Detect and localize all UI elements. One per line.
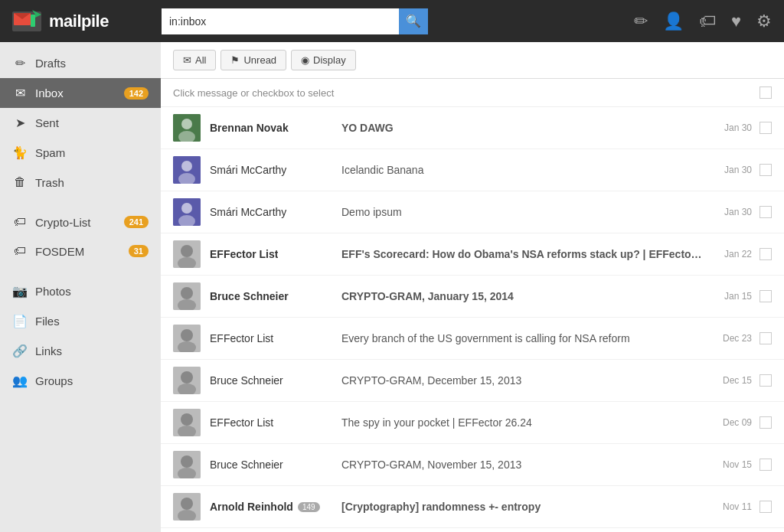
sidebar-item-label: Crypto-List bbox=[35, 216, 119, 229]
sidebar-item-links[interactable]: 🔗 Links bbox=[0, 336, 161, 366]
email-date: Nov 11 bbox=[714, 501, 752, 512]
email-subject: Demo ipsum bbox=[332, 206, 714, 218]
header: mailpile 🔍 ✏ 👤 🏷 ♥ ⚙ bbox=[0, 0, 784, 42]
unread-button[interactable]: ⚑ Unread bbox=[220, 50, 286, 70]
links-icon: 🔗 bbox=[12, 344, 28, 358]
email-row[interactable]: EFFector ListThe spy in your pocket | EF… bbox=[161, 402, 784, 444]
email-date: Jan 30 bbox=[714, 207, 752, 217]
email-checkbox[interactable] bbox=[760, 290, 772, 302]
display-button[interactable]: ◉ Display bbox=[291, 50, 356, 70]
sender-name: Brennan Novak bbox=[210, 122, 289, 134]
compose-icon[interactable]: ✏ bbox=[634, 11, 648, 31]
inbox-badge: 142 bbox=[124, 87, 149, 100]
email-row[interactable]: EFFector ListEFF's Scorecard: How do Oba… bbox=[161, 233, 784, 276]
sidebar-item-photos[interactable]: 📷 Photos bbox=[0, 276, 161, 306]
sidebar-item-inbox[interactable]: ✉ Inbox 142 bbox=[0, 78, 161, 108]
all-label: All bbox=[195, 54, 206, 66]
mailpile-logo bbox=[12, 8, 43, 34]
email-checkbox[interactable] bbox=[760, 206, 772, 218]
email-checkbox[interactable] bbox=[760, 416, 772, 429]
sidebar-item-sent[interactable]: ➤ Sent bbox=[0, 108, 161, 138]
favorites-icon[interactable]: ♥ bbox=[731, 11, 741, 31]
email-subject: The spy in your pocket | EFFector 26.24 bbox=[332, 416, 714, 429]
flag-icon: ⚑ bbox=[230, 54, 240, 66]
avatar bbox=[173, 156, 201, 184]
avatar bbox=[173, 409, 201, 436]
search-icon: 🔍 bbox=[406, 14, 421, 28]
crypto-list-badge: 241 bbox=[124, 216, 149, 228]
trash-icon: 🗑 bbox=[12, 175, 28, 189]
sidebar-item-label: Sent bbox=[35, 116, 149, 129]
email-checkbox[interactable] bbox=[760, 164, 772, 176]
email-row[interactable]: Brennan NovakYO DAWGJan 30 bbox=[161, 107, 784, 149]
email-subject: CRYPTO-GRAM, January 15, 2014 bbox=[332, 290, 714, 302]
content-area: ✉ All ⚑ Unread ◉ Display Click message o… bbox=[161, 42, 784, 532]
email-row[interactable]: Bruce SchneierCRYPTO-GRAM, November 15, … bbox=[161, 444, 784, 486]
select-hint-text: Click message or checkbox to select bbox=[173, 87, 334, 99]
sidebar-item-label: FOSDEM bbox=[35, 245, 124, 258]
svg-point-15 bbox=[181, 245, 193, 257]
sidebar-item-drafts[interactable]: ✏ Drafts bbox=[0, 48, 161, 78]
search-input[interactable] bbox=[162, 8, 399, 34]
inbox-icon: ✉ bbox=[12, 86, 28, 100]
search-button[interactable]: 🔍 bbox=[399, 8, 428, 34]
email-row[interactable]: Bruce SchneierCRYPTO-GRAM, December 15, … bbox=[161, 360, 784, 402]
email-row[interactable]: Bruce SchneierCRYPTO-GRAM, January 15, 2… bbox=[161, 276, 784, 318]
sidebar-item-crypto-list[interactable]: 🏷 Crypto-List 241 bbox=[0, 207, 161, 237]
email-date: Jan 15 bbox=[714, 291, 752, 302]
logo-area: mailpile bbox=[12, 8, 146, 34]
sidebar-item-fosdem[interactable]: 🏷 FOSDEM 31 bbox=[0, 237, 161, 266]
email-checkbox[interactable] bbox=[760, 248, 772, 260]
email-date: Jan 30 bbox=[714, 122, 752, 133]
contacts-icon[interactable]: 👤 bbox=[663, 11, 684, 31]
svg-point-33 bbox=[181, 498, 193, 510]
sender-column: Smári McCarthy bbox=[210, 164, 332, 176]
email-checkbox[interactable] bbox=[760, 501, 772, 513]
sidebar-item-label: Inbox bbox=[35, 86, 119, 100]
email-row[interactable]: Smári McCarthyIcelandic BananaJan 30 bbox=[161, 149, 784, 191]
sidebar-item-trash[interactable]: 🗑 Trash bbox=[0, 168, 161, 197]
svg-point-27 bbox=[181, 413, 193, 426]
all-button[interactable]: ✉ All bbox=[173, 50, 216, 70]
drafts-icon: ✏ bbox=[12, 56, 28, 70]
email-date: Dec 15 bbox=[714, 375, 752, 386]
tags-icon[interactable]: 🏷 bbox=[699, 11, 716, 31]
sender-name: EFFector List bbox=[210, 332, 273, 344]
sidebar-item-spam[interactable]: 🐈 Spam bbox=[0, 138, 161, 168]
sender-column: Bruce Schneier bbox=[210, 459, 332, 471]
avatar bbox=[173, 114, 201, 142]
email-subject: CRYPTO-GRAM, November 15, 2013 bbox=[332, 459, 714, 471]
envelope-icon: ✉ bbox=[183, 54, 191, 66]
email-checkbox[interactable] bbox=[760, 332, 772, 344]
email-row[interactable]: EFFector ListEvery branch of the US gove… bbox=[161, 318, 784, 360]
sender-name: EFFector List bbox=[210, 248, 278, 260]
email-row[interactable]: EFFector ListWe don't need a fake fix to… bbox=[161, 528, 784, 532]
svg-point-24 bbox=[181, 371, 193, 383]
email-date: Dec 09 bbox=[714, 417, 752, 428]
spam-icon: 🐈 bbox=[12, 145, 28, 160]
select-all-checkbox[interactable] bbox=[760, 86, 772, 99]
avatar bbox=[173, 367, 201, 394]
header-icons: ✏ 👤 🏷 ♥ ⚙ bbox=[634, 11, 772, 31]
settings-icon[interactable]: ⚙ bbox=[756, 11, 772, 31]
sender-column: Brennan Novak bbox=[210, 122, 332, 134]
email-checkbox[interactable] bbox=[760, 122, 772, 134]
sender-name: Bruce Schneier bbox=[210, 374, 283, 387]
sidebar: ✏ Drafts ✉ Inbox 142 ➤ Sent 🐈 Spam 🗑 Tra… bbox=[0, 42, 161, 532]
email-row[interactable]: Arnold Reinhold149[Cryptography] randomn… bbox=[161, 486, 784, 528]
sidebar-item-files[interactable]: 📄 Files bbox=[0, 306, 161, 336]
sidebar-item-label: Trash bbox=[35, 176, 149, 189]
email-subject: [Cryptography] randomness +- entropy bbox=[332, 501, 714, 513]
sidebar-item-groups[interactable]: 👥 Groups bbox=[0, 366, 161, 396]
email-row[interactable]: Smári McCarthyDemo ipsumJan 30 bbox=[161, 191, 784, 233]
email-checkbox[interactable] bbox=[760, 459, 772, 471]
search-area[interactable]: 🔍 bbox=[162, 8, 452, 34]
eye-icon: ◉ bbox=[301, 54, 309, 66]
avatar bbox=[173, 240, 201, 268]
sender-column: Bruce Schneier bbox=[210, 374, 332, 387]
email-checkbox[interactable] bbox=[760, 374, 772, 387]
svg-point-9 bbox=[181, 161, 192, 171]
sender-column: Bruce Schneier bbox=[210, 290, 332, 302]
sent-icon: ➤ bbox=[12, 116, 28, 130]
sender-column: Smári McCarthy bbox=[210, 206, 332, 218]
